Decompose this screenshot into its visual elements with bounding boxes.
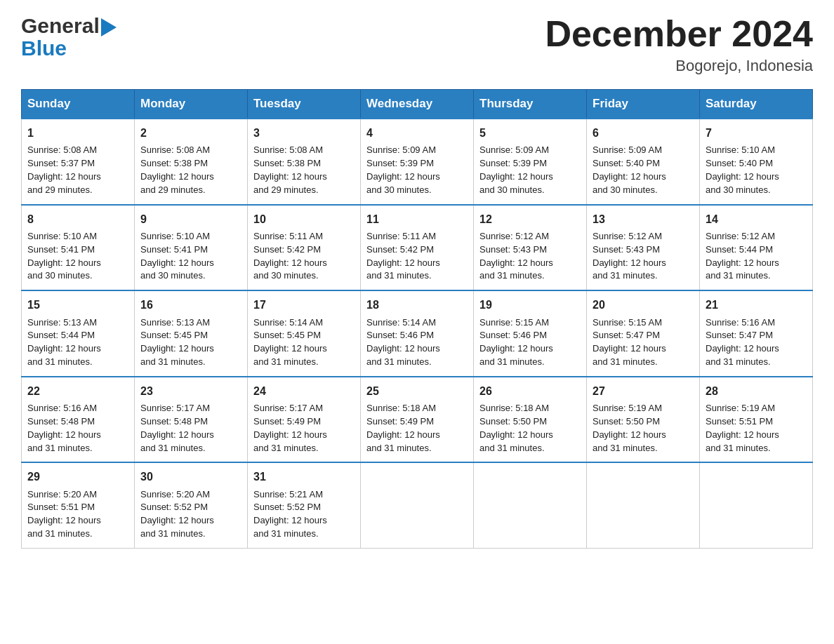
calendar-cell: 27Sunrise: 5:19 AMSunset: 5:50 PMDayligh… xyxy=(587,377,700,463)
calendar-week-5: 29Sunrise: 5:20 AMSunset: 5:51 PMDayligh… xyxy=(22,462,813,548)
daylight-label: Daylight: 12 hours xyxy=(706,171,779,182)
sunrise-label: Sunrise: 5:18 AM xyxy=(366,403,436,413)
daylight-minutes: and 31 minutes. xyxy=(253,443,319,453)
daylight-label: Daylight: 12 hours xyxy=(140,343,214,354)
sunrise-label: Sunrise: 5:21 AM xyxy=(253,489,323,499)
calendar-cell: 28Sunrise: 5:19 AMSunset: 5:51 PMDayligh… xyxy=(700,377,813,463)
day-number: 6 xyxy=(593,125,694,141)
daylight-minutes: and 29 minutes. xyxy=(27,185,93,195)
calendar-cell: 14Sunrise: 5:12 AMSunset: 5:44 PMDayligh… xyxy=(700,205,813,291)
sunset-label: Sunset: 5:39 PM xyxy=(366,158,434,168)
sunrise-label: Sunrise: 5:16 AM xyxy=(706,317,775,328)
daylight-minutes: and 29 minutes. xyxy=(140,185,206,195)
day-number: 2 xyxy=(140,125,241,141)
day-number: 13 xyxy=(593,211,694,227)
day-number: 17 xyxy=(253,297,355,313)
daylight-label: Daylight: 12 hours xyxy=(479,171,553,182)
daylight-label: Daylight: 12 hours xyxy=(593,429,666,440)
sunrise-label: Sunrise: 5:12 AM xyxy=(593,231,662,241)
calendar-week-2: 8Sunrise: 5:10 AMSunset: 5:41 PMDaylight… xyxy=(22,205,813,291)
day-number: 22 xyxy=(27,383,128,399)
day-number: 16 xyxy=(140,297,241,313)
daylight-minutes: and 29 minutes. xyxy=(253,185,319,195)
daylight-minutes: and 31 minutes. xyxy=(27,356,93,367)
sunset-label: Sunset: 5:47 PM xyxy=(706,330,773,340)
sunrise-label: Sunrise: 5:14 AM xyxy=(253,317,323,328)
sunrise-label: Sunrise: 5:10 AM xyxy=(27,231,97,241)
day-number: 10 xyxy=(253,211,355,227)
daylight-minutes: and 31 minutes. xyxy=(593,270,658,281)
day-number: 19 xyxy=(479,297,581,313)
daylight-minutes: and 31 minutes. xyxy=(253,356,319,367)
day-number: 23 xyxy=(140,383,241,399)
calendar-cell: 7Sunrise: 5:10 AMSunset: 5:40 PMDaylight… xyxy=(700,119,813,205)
calendar-cell: 4Sunrise: 5:09 AMSunset: 5:39 PMDaylight… xyxy=(361,119,474,205)
day-number: 24 xyxy=(253,383,355,399)
daylight-label: Daylight: 12 hours xyxy=(593,171,666,182)
sunset-label: Sunset: 5:49 PM xyxy=(253,416,321,427)
daylight-minutes: and 31 minutes. xyxy=(366,356,432,367)
sunset-label: Sunset: 5:52 PM xyxy=(140,502,208,512)
daylight-minutes: and 31 minutes. xyxy=(706,443,771,453)
daylight-minutes: and 31 minutes. xyxy=(706,270,771,281)
daylight-minutes: and 30 minutes. xyxy=(706,185,771,195)
sunrise-label: Sunrise: 5:10 AM xyxy=(706,145,775,155)
calendar-cell: 16Sunrise: 5:13 AMSunset: 5:45 PMDayligh… xyxy=(135,290,248,377)
day-number: 5 xyxy=(479,125,581,141)
daylight-label: Daylight: 12 hours xyxy=(593,257,666,268)
day-number: 11 xyxy=(366,211,468,227)
day-number: 25 xyxy=(366,383,468,399)
sunrise-label: Sunrise: 5:09 AM xyxy=(479,145,549,155)
calendar-cell: 1Sunrise: 5:08 AMSunset: 5:37 PMDaylight… xyxy=(22,119,135,205)
sunset-label: Sunset: 5:50 PM xyxy=(593,416,660,427)
sunset-label: Sunset: 5:41 PM xyxy=(27,244,95,255)
sunset-label: Sunset: 5:40 PM xyxy=(706,158,773,168)
day-header-monday: Monday xyxy=(135,90,248,119)
sunset-label: Sunset: 5:48 PM xyxy=(140,416,208,427)
sunset-label: Sunset: 5:52 PM xyxy=(253,502,321,512)
sunrise-label: Sunrise: 5:09 AM xyxy=(593,145,662,155)
sunrise-label: Sunrise: 5:20 AM xyxy=(140,489,210,499)
calendar-cell: 3Sunrise: 5:08 AMSunset: 5:38 PMDaylight… xyxy=(248,119,361,205)
sunrise-label: Sunrise: 5:08 AM xyxy=(253,145,323,155)
day-number: 26 xyxy=(479,383,581,399)
daylight-label: Daylight: 12 hours xyxy=(479,343,553,354)
location: Bogorejo, Indonesia xyxy=(545,57,813,75)
daylight-minutes: and 30 minutes. xyxy=(140,270,206,281)
calendar-cell: 19Sunrise: 5:15 AMSunset: 5:46 PMDayligh… xyxy=(474,290,587,377)
daylight-minutes: and 31 minutes. xyxy=(27,528,93,539)
sunset-label: Sunset: 5:43 PM xyxy=(479,244,547,255)
sunset-label: Sunset: 5:50 PM xyxy=(479,416,547,427)
sunset-label: Sunset: 5:40 PM xyxy=(593,158,660,168)
calendar-cell: 2Sunrise: 5:08 AMSunset: 5:38 PMDaylight… xyxy=(135,119,248,205)
calendar-cell xyxy=(474,462,587,548)
sunrise-label: Sunrise: 5:12 AM xyxy=(479,231,549,241)
daylight-minutes: and 31 minutes. xyxy=(140,443,206,453)
daylight-minutes: and 31 minutes. xyxy=(366,443,432,453)
calendar-cell: 12Sunrise: 5:12 AMSunset: 5:43 PMDayligh… xyxy=(474,205,587,291)
daylight-minutes: and 31 minutes. xyxy=(706,356,771,367)
sunrise-label: Sunrise: 5:10 AM xyxy=(140,231,210,241)
calendar-cell: 5Sunrise: 5:09 AMSunset: 5:39 PMDaylight… xyxy=(474,119,587,205)
day-number: 8 xyxy=(27,211,128,227)
calendar-cell: 21Sunrise: 5:16 AMSunset: 5:47 PMDayligh… xyxy=(700,290,813,377)
daylight-minutes: and 31 minutes. xyxy=(479,443,545,453)
day-number: 20 xyxy=(593,297,694,313)
day-number: 15 xyxy=(27,297,128,313)
daylight-label: Daylight: 12 hours xyxy=(593,343,666,354)
sunset-label: Sunset: 5:44 PM xyxy=(706,244,773,255)
day-number: 18 xyxy=(366,297,468,313)
daylight-label: Daylight: 12 hours xyxy=(479,429,553,440)
calendar-cell: 31Sunrise: 5:21 AMSunset: 5:52 PMDayligh… xyxy=(248,462,361,548)
logo: General Blue xyxy=(21,14,117,60)
daylight-label: Daylight: 12 hours xyxy=(140,171,214,182)
sunrise-label: Sunrise: 5:15 AM xyxy=(593,317,662,328)
day-number: 14 xyxy=(706,211,807,227)
sunrise-label: Sunrise: 5:11 AM xyxy=(366,231,436,241)
sunset-label: Sunset: 5:41 PM xyxy=(140,244,208,255)
sunset-label: Sunset: 5:45 PM xyxy=(140,330,208,340)
daylight-label: Daylight: 12 hours xyxy=(27,429,101,440)
calendar-cell: 15Sunrise: 5:13 AMSunset: 5:44 PMDayligh… xyxy=(22,290,135,377)
sunset-label: Sunset: 5:43 PM xyxy=(593,244,660,255)
month-title: December 2024 xyxy=(545,14,813,54)
